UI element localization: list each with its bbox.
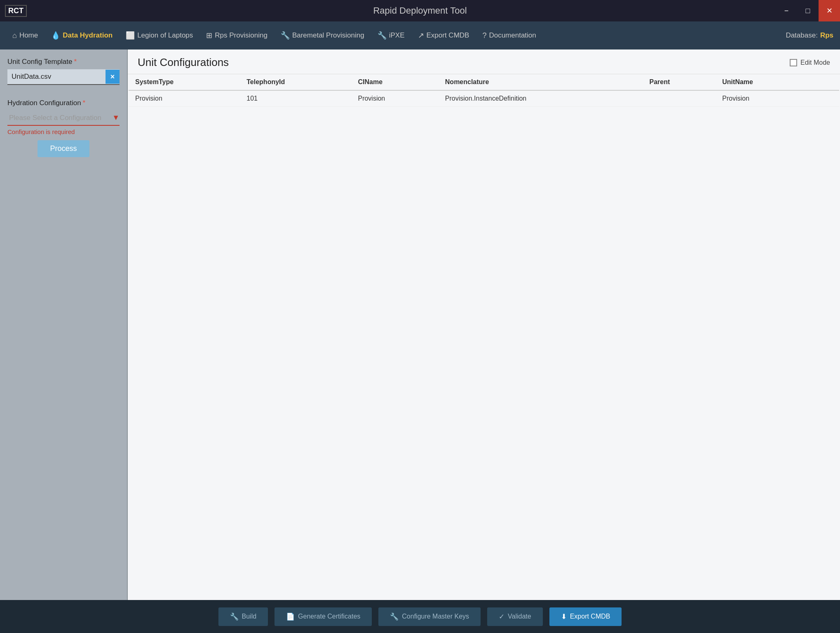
edit-mode-label: Edit Mode (800, 59, 830, 66)
nav-home-label: Home (19, 31, 38, 40)
export-icon: ⬇ (561, 612, 567, 621)
export-cmdb-button[interactable]: ⬇ Export CMDB (549, 607, 622, 626)
configure-keys-label: Configure Master Keys (402, 613, 469, 620)
table-container: SystemType TelephonyId CIName Nomenclatu… (128, 74, 840, 600)
nav-ipxe[interactable]: 🔧 iPXE (372, 28, 411, 43)
cell-nomenclature: Provision.InstanceDefinition (439, 90, 643, 107)
process-button[interactable]: Process (38, 140, 89, 157)
col-header-unit-name: UnitName (716, 74, 811, 90)
nav-export-cmdb[interactable]: ↗ Export CMDB (412, 28, 475, 43)
hydration-config-select[interactable]: Please Select a Configuration (7, 111, 112, 125)
baremetal-icon: 🔧 (281, 31, 290, 40)
panel-header: Unit Configurations Edit Mode (128, 49, 840, 74)
export-label: Export CMDB (570, 613, 610, 620)
database-indicator: Database: Rps (786, 31, 833, 40)
nav-export-cmdb-label: Export CMDB (427, 31, 469, 40)
data-hydration-icon: 💧 (51, 31, 60, 40)
build-button[interactable]: 🔧 Build (218, 607, 268, 626)
left-panel: Unit Config Template* × Hydration Config… (0, 49, 128, 600)
nav-documentation-label: Documentation (489, 31, 536, 40)
hydration-config-required-star: * (83, 99, 86, 107)
app-logo: RCT (5, 5, 27, 17)
cell-systemType: Provision (129, 90, 240, 107)
col-header-extra (811, 74, 839, 90)
rps-icon: ⊞ (206, 31, 212, 40)
database-value: Rps (820, 31, 833, 40)
configure-keys-icon: 🔧 (390, 612, 399, 621)
col-header-telephony-id: TelephonyId (240, 74, 351, 90)
nav-data-hydration-label: Data Hydration (63, 31, 113, 40)
nav-home[interactable]: ⌂ Home (7, 28, 44, 43)
validate-icon: ✓ (499, 612, 504, 621)
title-bar: RCT Rapid Deployment Tool − □ ✕ (0, 0, 840, 21)
database-label: Database: (786, 31, 818, 40)
home-icon: ⌂ (12, 31, 17, 40)
cell-parent (643, 90, 716, 107)
hydration-config-label: Hydration Configuration* (7, 99, 120, 107)
minimize-button[interactable]: − (776, 0, 797, 21)
nav-baremetal-label: Baremetal Provisioning (292, 31, 364, 40)
cell-telephonyId: 101 (240, 90, 351, 107)
build-label: Build (242, 613, 257, 620)
validate-button[interactable]: ✓ Validate (487, 607, 543, 626)
nav-documentation[interactable]: ? Documentation (476, 28, 542, 43)
nav-rps-label: Rps Provisioning (215, 31, 267, 40)
nav-legion-of-laptops[interactable]: ⬜ Legion of Laptops (120, 28, 199, 43)
cell-ciName: Provision (351, 90, 438, 107)
validate-label: Validate (508, 613, 531, 620)
configure-master-keys-button[interactable]: 🔧 Configure Master Keys (378, 607, 481, 626)
edit-mode-checkbox[interactable] (790, 59, 797, 66)
close-button[interactable]: ✕ (819, 0, 840, 21)
main-content: Unit Config Template* × Hydration Config… (0, 49, 840, 600)
documentation-icon: ? (482, 31, 486, 40)
table-row: Provision101ProvisionProvision.InstanceD… (129, 90, 839, 107)
export-cmdb-icon: ↗ (418, 31, 424, 40)
unit-config-clear-button[interactable]: × (106, 70, 120, 84)
generate-cert-label: Generate Certificates (298, 613, 360, 620)
hydration-config-dropdown-row: Please Select a Configuration ▼ (7, 111, 120, 126)
cell-unitName: Provision (716, 90, 811, 107)
nav-rps-provisioning[interactable]: ⊞ Rps Provisioning (200, 28, 273, 43)
col-header-system-type: SystemType (129, 74, 240, 90)
app-title: Rapid Deployment Tool (373, 5, 467, 16)
panel-title: Unit Configurations (138, 56, 229, 69)
col-header-ciname: CIName (351, 74, 438, 90)
generate-cert-icon: 📄 (286, 612, 295, 621)
bottom-bar: 🔧 Build 📄 Generate Certificates 🔧 Config… (0, 600, 840, 633)
unit-config-input[interactable] (7, 69, 106, 84)
nav-data-hydration[interactable]: 💧 Data Hydration (45, 28, 118, 43)
window-controls: − □ ✕ (776, 0, 840, 21)
unit-config-required-star: * (74, 58, 77, 66)
legion-icon: ⬜ (126, 31, 135, 40)
ipxe-icon: 🔧 (378, 31, 387, 40)
col-header-nomenclature: Nomenclature (439, 74, 643, 90)
nav-ipxe-label: iPXE (389, 31, 405, 40)
nav-bar: ⌂ Home 💧 Data Hydration ⬜ Legion of Lapt… (0, 21, 840, 49)
edit-mode-row: Edit Mode (790, 59, 830, 66)
hydration-config-error: Configuration is required (7, 128, 120, 135)
nav-legion-label: Legion of Laptops (137, 31, 193, 40)
build-icon: 🔧 (230, 612, 239, 621)
col-header-parent: Parent (643, 74, 716, 90)
unit-configurations-table: SystemType TelephonyId CIName Nomenclatu… (129, 74, 839, 107)
dropdown-arrow-icon: ▼ (112, 113, 120, 122)
unit-config-template-label: Unit Config Template* (7, 58, 120, 66)
maximize-button[interactable]: □ (797, 0, 819, 21)
cell-extra (811, 90, 839, 107)
right-panel: Unit Configurations Edit Mode SystemType… (128, 49, 840, 600)
unit-config-input-row: × (7, 69, 120, 85)
nav-baremetal-provisioning[interactable]: 🔧 Baremetal Provisioning (275, 28, 370, 43)
generate-certificates-button[interactable]: 📄 Generate Certificates (275, 607, 372, 626)
